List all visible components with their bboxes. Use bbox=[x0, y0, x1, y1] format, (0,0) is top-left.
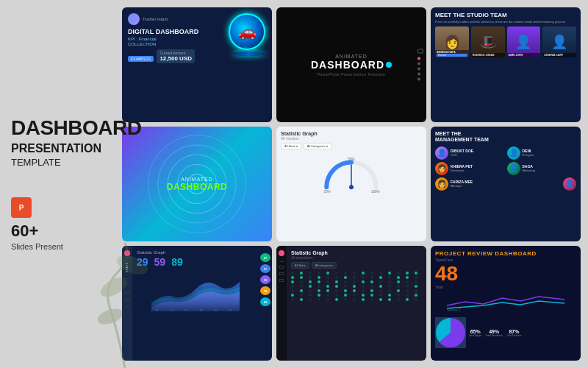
dot-cell bbox=[353, 285, 356, 288]
slide-statistic-bars[interactable]: STATS Statistic Graph 29 59 89 bbox=[122, 246, 272, 361]
dot-cell bbox=[370, 276, 373, 279]
dot-cell bbox=[300, 294, 303, 297]
examples-button[interactable]: EXAMPLES bbox=[128, 56, 154, 62]
dot-cell bbox=[318, 272, 320, 275]
filter2[interactable]: All Categories ▾ bbox=[304, 143, 331, 149]
dot-cell bbox=[300, 280, 303, 283]
dot-cell bbox=[291, 289, 294, 292]
dot-cell bbox=[406, 289, 409, 292]
car-visual: 🚗 bbox=[229, 13, 269, 54]
dot-cell bbox=[309, 289, 312, 292]
slide2-nav bbox=[417, 49, 423, 81]
dot-cell bbox=[335, 294, 338, 297]
dot-cell bbox=[388, 280, 391, 283]
dot-cell bbox=[353, 280, 356, 283]
dot-cell bbox=[300, 276, 303, 279]
filter1[interactable]: All Stats ▾ bbox=[281, 143, 301, 149]
dot-cell bbox=[326, 294, 329, 297]
dot-cell bbox=[362, 272, 365, 275]
dot-cell bbox=[318, 280, 320, 283]
dot-cell bbox=[397, 276, 400, 279]
stats-numbers: 29 59 89 bbox=[137, 256, 254, 268]
slide-digital-dashboard[interactable]: Tusher Islam DIGITAL DASHBOARD KPI : Fin… bbox=[122, 7, 272, 122]
dot-cell bbox=[353, 294, 356, 297]
slide-studio-team[interactable]: MEET THE STUDIO TEAM From our carefully … bbox=[431, 7, 581, 122]
slide-dots-grid[interactable]: Statistic Graph All inventions All Stats… bbox=[276, 246, 426, 361]
dot-cell bbox=[335, 289, 338, 292]
dot-cell bbox=[397, 272, 400, 275]
slide-project-review[interactable]: PROJECT REVIEW DASHBOARD TypesFace 48 To… bbox=[431, 246, 581, 361]
dot-cell bbox=[318, 285, 320, 288]
dot-cell bbox=[388, 285, 391, 288]
slide2-label: ANIMATED bbox=[335, 54, 368, 59]
badge-2: 67 bbox=[260, 264, 270, 273]
dot-cell bbox=[291, 298, 294, 301]
svg-text:36: 36 bbox=[214, 308, 218, 311]
badge-5: 92 bbox=[260, 297, 270, 306]
dot-cell bbox=[335, 276, 338, 279]
slide4-text: ANIMATED DASHBOARD bbox=[167, 177, 228, 192]
svg-text:50%: 50% bbox=[348, 158, 355, 161]
dot-cell bbox=[397, 285, 400, 288]
dot-cell bbox=[397, 294, 400, 297]
dot-cell bbox=[370, 272, 373, 275]
mgmt-row-1: 👤 DIBUKT DOE CEO 👤 DENI Designer bbox=[435, 146, 576, 160]
gauge-container: 25% 50% 100% bbox=[281, 153, 422, 194]
dot-cell bbox=[379, 294, 382, 297]
slide5-filters: All Stats ▾ All Categories ▾ bbox=[281, 143, 422, 149]
dot-cell bbox=[326, 272, 329, 275]
badge-4: 78 bbox=[260, 286, 270, 295]
dot-cell bbox=[370, 289, 373, 292]
nav-dot-2 bbox=[417, 68, 420, 71]
slide9-title: PROJECT REVIEW DASHBOARD bbox=[435, 250, 576, 257]
dot-cell bbox=[379, 289, 382, 292]
dot-cell bbox=[335, 298, 338, 301]
slide3-title: MEET THE STUDIO TEAM bbox=[435, 12, 576, 18]
dot-cell bbox=[406, 294, 409, 297]
slide9-type: Total bbox=[435, 285, 576, 289]
slides-count: 60+ bbox=[11, 222, 38, 240]
slide9-stat-2: 49% Total Feedback bbox=[485, 329, 503, 337]
svg-text:30: 30 bbox=[170, 308, 173, 311]
slide-animated-circles[interactable]: ANIMATED DASHBOARD bbox=[122, 127, 272, 241]
dot-cell bbox=[370, 298, 373, 301]
slide9-stats: 65% Last Target 49% Total Feedback 87% J… bbox=[469, 329, 522, 337]
ppt-icon: P bbox=[11, 197, 32, 218]
dot-cell bbox=[300, 298, 303, 301]
dot-cell bbox=[406, 285, 409, 288]
dot-cell bbox=[318, 298, 320, 301]
dot-cell bbox=[300, 289, 303, 292]
dot-cell bbox=[379, 280, 382, 283]
dot-cell bbox=[309, 285, 312, 288]
dot-cell bbox=[318, 276, 320, 279]
dot-cell bbox=[415, 272, 417, 275]
amount-block: Current Amount : 12,500 USD bbox=[157, 49, 195, 63]
nav-dot-active bbox=[417, 57, 420, 60]
dot-cell bbox=[335, 272, 338, 275]
slide5-title: Statistic Graph bbox=[281, 131, 422, 136]
dot-cell bbox=[344, 280, 347, 283]
slide-animated-dashboard[interactable]: ANIMATED DASHBOARD PowerPoint Presentati… bbox=[276, 7, 426, 122]
slides-grid: Tusher Islam DIGITAL DASHBOARD KPI : Fin… bbox=[118, 0, 588, 368]
slide5-sub: All mentors bbox=[281, 136, 422, 141]
svg-text:34: 34 bbox=[199, 308, 203, 311]
dot-cell bbox=[344, 276, 347, 279]
dot-cell bbox=[344, 294, 347, 297]
slide2-title: DASHBOARD bbox=[311, 59, 384, 71]
dot-cell bbox=[335, 280, 338, 283]
dot-cell bbox=[344, 272, 347, 275]
team-photo-4: 👤 ZEEBRIA CART bbox=[542, 26, 576, 57]
user-avatar bbox=[128, 13, 140, 25]
team-photos: 👩 AMBERA RAFA Founder 🎩 RODRIGO JONAS bbox=[435, 26, 576, 57]
dot-cell bbox=[406, 280, 409, 283]
dot-cell bbox=[353, 276, 356, 279]
slide-statistic-gauge[interactable]: Statistic Graph All mentors All Stats ▾ … bbox=[276, 127, 426, 241]
dot-cell bbox=[353, 298, 356, 301]
dot-cell bbox=[370, 285, 373, 288]
team-photo-3: 👤 GIMS JOHN bbox=[507, 26, 541, 57]
slide6-title: MEET THEMANAGEMENT TEAM bbox=[435, 131, 576, 144]
team-photo-1: 👩 AMBERA RAFA Founder bbox=[435, 26, 469, 57]
team-photo-2: 🎩 RODRIGO JONAS bbox=[471, 26, 505, 57]
slide-management-team[interactable]: MEET THEMANAGEMENT TEAM 👤 DIBUKT DOE CEO… bbox=[431, 127, 581, 241]
mgmt-team-list: 👤 DIBUKT DOE CEO 👤 DENI Designer bbox=[435, 146, 576, 191]
